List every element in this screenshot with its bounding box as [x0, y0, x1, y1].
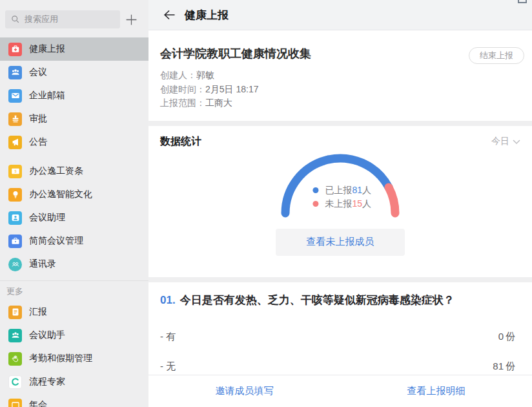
- search-input[interactable]: 搜索应用: [5, 10, 120, 28]
- sidebar-item-label: 考勤和假期管理: [29, 353, 92, 364]
- document-icon: [8, 306, 22, 319]
- sidebar-item-label: 审批: [29, 113, 47, 125]
- sidebar-item-approval[interactable]: 审批: [0, 107, 148, 130]
- sidebar-item-payslip[interactable]: s 办公逸工资条: [0, 160, 148, 183]
- date-filter-dropdown[interactable]: 今日: [491, 136, 520, 147]
- legend-unreported: 未上报15人: [312, 197, 371, 211]
- unreported-count: 15: [352, 197, 362, 211]
- sidebar-item-report[interactable]: 汇报: [0, 300, 148, 324]
- reported-dot-icon: [312, 187, 318, 193]
- health-report-icon: [8, 43, 22, 56]
- process-expert-icon: [8, 375, 22, 389]
- section-gap: [148, 121, 532, 126]
- sidebar-item-meeting-management[interactable]: 简简会议管理: [0, 229, 148, 253]
- create-time-line: 创建时间：2月5日 18:17: [160, 83, 524, 97]
- sidebar-item-meeting[interactable]: 会议: [0, 61, 148, 84]
- sidebar-item-label: 简简会议管理: [29, 235, 83, 247]
- sidebar-item-contacts[interactable]: 通讯录: [0, 253, 148, 276]
- section-gap: [148, 277, 532, 282]
- stats-section: 数据统计 今日 已上报81人 未上报15人 查看未上: [148, 126, 532, 277]
- option-row-yes: - 有 0份: [160, 331, 515, 343]
- sidebar-group-gap: [0, 154, 148, 160]
- contacts-icon: [8, 258, 22, 271]
- sidebar-item-label: 年会: [29, 399, 47, 407]
- sidebar-item-label: 办公逸工资条: [29, 165, 83, 177]
- sidebar-item-announcement[interactable]: 公告: [0, 130, 148, 154]
- invite-members-link[interactable]: 邀请成员填写: [216, 385, 274, 397]
- scope-value: 工商大: [205, 98, 232, 108]
- report-card: 会计学院教职工健康情况收集 结束上报 创建人：郭敏 创建时间：2月5日 18:1…: [148, 30, 532, 121]
- sidebar-item-label: 企业邮箱: [29, 90, 65, 101]
- creator-line: 创建人：郭敏: [160, 68, 524, 83]
- question-number: 01.: [160, 294, 176, 307]
- sidebar-item-label: 公告: [29, 136, 47, 148]
- back-arrow-icon: [161, 8, 176, 22]
- sidebar-item-attendance[interactable]: 考勤和假期管理: [0, 347, 148, 370]
- footer-bar: 邀请成员填写 查看上报明细: [148, 375, 532, 407]
- sidebar-item-label: 办公逸智能文化: [29, 189, 92, 200]
- sidebar-item-meeting-helper[interactable]: 会议助手: [0, 324, 148, 347]
- sidebar-item-label: 会议助手: [29, 329, 65, 341]
- option-row-no: - 无 81份: [160, 360, 515, 373]
- gauge-arc-unreported: [389, 187, 395, 213]
- option-label: - 无: [160, 360, 176, 373]
- page-header: 健康上报: [148, 0, 532, 30]
- frame-icon: [8, 399, 22, 407]
- app-list: 健康上报 会议 企业邮箱 审批 公告: [0, 37, 148, 407]
- window-control-icon[interactable]: [518, 0, 527, 3]
- hand-icon: [8, 352, 22, 366]
- date-filter-label: 今日: [491, 136, 509, 147]
- plus-icon: [125, 13, 138, 26]
- view-detail-link[interactable]: 查看上报明细: [407, 385, 466, 397]
- people-group-icon: [8, 329, 22, 342]
- sidebar-item-label: 健康上报: [29, 43, 65, 55]
- sidebar-item-label: 会议助理: [29, 212, 65, 224]
- stats-title: 数据统计: [160, 135, 201, 149]
- chevron-down-icon: [513, 140, 520, 145]
- page-title: 健康上报: [185, 8, 229, 23]
- end-report-button[interactable]: 结束上报: [469, 47, 524, 64]
- sidebar-item-enterprise-mail[interactable]: 企业邮箱: [0, 84, 148, 107]
- report-meta: 创建人：郭敏 创建时间：2月5日 18:17 上报范围：工商大: [160, 68, 524, 110]
- scope-line: 上报范围：工商大: [160, 96, 524, 110]
- search-icon: [10, 14, 21, 25]
- briefcase-icon: [8, 235, 22, 248]
- question-text: 今日是否有发热、乏力、干咳等疑似新冠病毒感染症状？: [180, 293, 455, 308]
- gauge-legend: 已上报81人 未上报15人: [312, 183, 371, 211]
- stamp-icon: [8, 112, 22, 126]
- app-sidebar: 搜索应用 健康上报 会议 企业邮箱 审批: [0, 0, 148, 407]
- add-app-button[interactable]: [120, 10, 142, 28]
- unreported-dot-icon: [312, 201, 318, 207]
- sidebar-more-label: 更多: [0, 281, 148, 300]
- meeting-icon: [8, 66, 22, 79]
- sidebar-item-label: 流程专家: [29, 376, 65, 388]
- sidebar-item-health-report[interactable]: 健康上报: [0, 37, 148, 61]
- lightbulb-icon: [8, 188, 22, 202]
- sidebar-item-annual-meeting[interactable]: 年会: [0, 393, 148, 407]
- question-line: 01. 今日是否有发热、乏力、干咳等疑似新冠病毒感染症状？: [160, 293, 515, 308]
- main-panel: 健康上报 会计学院教职工健康情况收集 结束上报 创建人：郭敏 创建时间：2月5日…: [148, 0, 532, 407]
- megaphone-icon: [8, 136, 22, 149]
- gauge-chart: 已上报81人 未上报15人: [276, 149, 405, 224]
- search-placeholder: 搜索应用: [25, 14, 58, 25]
- payslip-icon: s: [8, 165, 22, 178]
- person-card-icon: [8, 211, 22, 225]
- option-label: - 有: [160, 331, 176, 343]
- sidebar-search-row: 搜索应用: [0, 0, 148, 34]
- create-time-value: 2月5日 18:17: [205, 84, 259, 94]
- sidebar-item-label: 会议: [29, 67, 47, 78]
- view-unreported-button[interactable]: 查看未上报成员: [276, 229, 405, 256]
- creator-value: 郭敏: [196, 70, 214, 80]
- sidebar-item-process-expert[interactable]: 流程专家: [0, 370, 148, 393]
- mail-icon: [8, 89, 22, 103]
- sidebar-item-smart-culture[interactable]: 办公逸智能文化: [0, 183, 148, 206]
- legend-reported: 已上报81人: [312, 183, 371, 197]
- option-count: 0份: [496, 331, 515, 343]
- svg-text:s: s: [14, 169, 16, 173]
- sidebar-item-meeting-assistant[interactable]: 会议助理: [0, 206, 148, 229]
- sidebar-item-label: 汇报: [29, 306, 47, 318]
- reported-count: 81: [352, 183, 362, 197]
- sidebar-item-label: 通讯录: [29, 258, 56, 270]
- option-count: 81份: [491, 360, 515, 373]
- back-button[interactable]: [159, 5, 178, 25]
